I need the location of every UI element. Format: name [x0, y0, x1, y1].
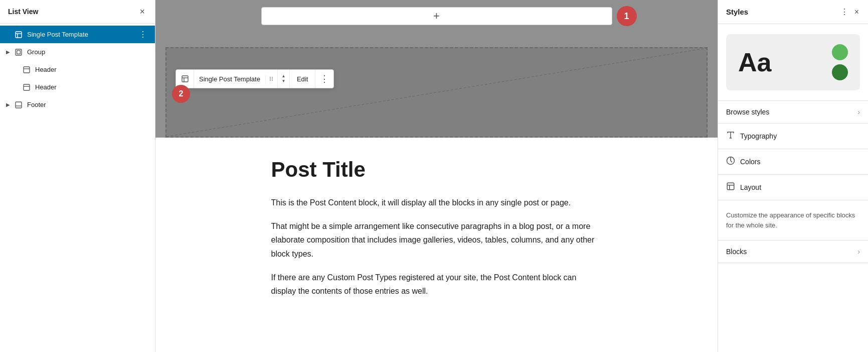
svg-rect-4 [17, 50, 21, 54]
svg-rect-7 [24, 84, 30, 90]
secondary-color-dot [832, 64, 848, 80]
layout-icon [726, 182, 735, 193]
template-diagonal-lines [166, 48, 707, 137]
canvas-top-bar: + 1 [261, 7, 612, 25]
header-2-label: Header [35, 83, 137, 91]
arrow-down-icon: ▼ [281, 79, 285, 84]
svg-point-17 [272, 78, 273, 79]
svg-rect-11 [182, 76, 188, 82]
colors-label: Colors [740, 158, 760, 166]
layout-label: Layout [740, 183, 761, 191]
svg-point-14 [270, 77, 271, 78]
svg-rect-9 [16, 102, 22, 108]
svg-point-15 [272, 77, 273, 78]
customize-text: Customize the appearance of specific blo… [726, 210, 860, 230]
tree-item-single-post-template[interactable]: Single Post Template ⋮ [0, 26, 155, 43]
canvas-top-row: + 1 [155, 0, 718, 29]
right-panel: Styles ⋮ × Aa Browse styles › [718, 0, 868, 352]
style-preview: Aa [718, 24, 868, 101]
blocks-label: Blocks [726, 248, 747, 256]
color-dots [832, 44, 848, 80]
right-panel-header: Styles ⋮ × [718, 0, 868, 24]
toolbar-drag-handle[interactable] [266, 70, 278, 88]
header-icon-2 [22, 83, 31, 92]
template-area [165, 47, 708, 138]
svg-rect-5 [24, 67, 30, 73]
single-post-template-options-button[interactable]: ⋮ [137, 29, 149, 40]
svg-rect-0 [16, 32, 22, 38]
close-list-view-button[interactable]: × [137, 6, 147, 17]
group-label: Group [27, 48, 137, 56]
svg-rect-3 [16, 49, 22, 55]
tree-item-header-1[interactable]: Header ⋮ [0, 61, 155, 78]
list-view-title: List View [8, 8, 38, 16]
colors-section-inner: Colors [726, 156, 760, 167]
left-panel: List View × Single Post Template ⋮ ▶ [0, 0, 155, 352]
blocks-chevron: › [857, 248, 860, 256]
header-1-label: Header [35, 66, 137, 73]
typography-section-inner: Typography [726, 131, 777, 142]
styles-close-button[interactable]: × [853, 7, 860, 18]
canvas-block-wrapper: Single Post Template ▲ ▼ Edit ⋮ 2 [165, 29, 708, 138]
tree-item-footer[interactable]: ▶ Footer ⋮ [0, 96, 155, 113]
footer-icon [14, 100, 23, 109]
toolbar-label: Single Post Template [194, 75, 266, 83]
single-post-template-label: Single Post Template [27, 31, 137, 38]
expander-group: ▶ [6, 49, 14, 55]
browse-styles-label: Browse styles [726, 108, 769, 116]
tree-item-group[interactable]: ▶ Group ⋮ [0, 43, 155, 61]
post-content-area: Post Title This is the Post Content bloc… [261, 138, 612, 328]
post-paragraph-3: If there are any Custom Post Types regis… [271, 271, 602, 298]
typography-label: Typography [740, 132, 777, 140]
toolbar-more-button[interactable]: ⋮ [315, 70, 333, 88]
svg-rect-23 [727, 183, 734, 190]
post-paragraph-1: This is the Post Content block, it will … [271, 196, 602, 209]
group-icon [14, 48, 23, 57]
styles-more-options-button[interactable]: ⋮ [839, 6, 849, 18]
template-icon [14, 30, 23, 39]
header-icons: ⋮ × [839, 6, 860, 18]
canvas-content-white: Post Title This is the Post Content bloc… [155, 138, 718, 352]
header-icon-1 [22, 65, 31, 74]
left-panel-header: List View × [0, 0, 155, 24]
step-1-badge: 1 [617, 6, 637, 26]
style-preview-box: Aa [726, 34, 860, 90]
typography-icon [726, 131, 735, 142]
svg-line-20 [166, 48, 707, 137]
arrow-up-icon: ▲ [281, 74, 285, 79]
colors-section[interactable]: Colors [718, 149, 868, 175]
browse-styles-section[interactable]: Browse styles › [718, 101, 868, 124]
typography-preview: Aa [738, 49, 771, 75]
svg-point-19 [272, 80, 273, 81]
tree-item-header-2[interactable]: Header ⋮ [0, 78, 155, 96]
browse-styles-chevron: › [857, 108, 860, 116]
canvas-wrapper: + 1 Single Post Template [155, 0, 718, 352]
typography-section[interactable]: Typography [718, 124, 868, 149]
post-paragraph-2: That might be a simple arrangement like … [271, 219, 602, 261]
add-block-button[interactable]: + [433, 10, 440, 23]
tree-items: Single Post Template ⋮ ▶ Group ⋮ [0, 24, 155, 115]
toolbar-edit-button[interactable]: Edit [290, 70, 315, 88]
svg-point-16 [270, 78, 271, 79]
canvas-inner: + 1 Single Post Template [155, 0, 718, 352]
step-2-badge: 2 [172, 85, 190, 103]
footer-label: Footer [27, 101, 137, 108]
template-toolbar: Single Post Template ▲ ▼ Edit ⋮ 2 [176, 69, 334, 88]
colors-icon [726, 156, 735, 167]
blocks-section[interactable]: Blocks › [718, 241, 868, 263]
svg-point-18 [270, 80, 271, 81]
customize-text-section: Customize the appearance of specific blo… [718, 200, 868, 241]
post-content: This is the Post Content block, it will … [271, 196, 602, 298]
layout-section[interactable]: Layout [718, 175, 868, 200]
styles-title: Styles [726, 8, 748, 16]
expander-footer: ▶ [6, 102, 14, 107]
primary-color-dot [832, 44, 848, 60]
layout-section-inner: Layout [726, 182, 761, 193]
toolbar-arrows[interactable]: ▲ ▼ [278, 70, 290, 88]
post-title: Post Title [271, 158, 602, 182]
